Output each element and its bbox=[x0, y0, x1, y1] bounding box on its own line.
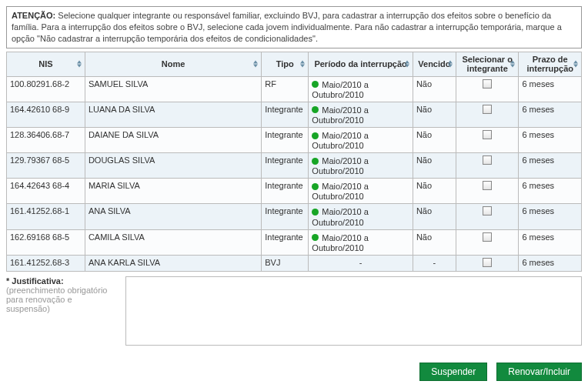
table-row: 129.79367 68-5DOUGLAS SILVAIntegranteMai… bbox=[7, 153, 582, 179]
justificativa-textarea[interactable] bbox=[125, 276, 582, 346]
cell: MARIA SILVA bbox=[85, 179, 261, 204]
table-row: 100.80291.68-2SAMUEL SILVARFMaio/2010 a … bbox=[7, 76, 582, 102]
select-member-checkbox[interactable] bbox=[483, 258, 492, 267]
cell: 162.69168 68-5 bbox=[7, 229, 85, 255]
col-nome[interactable]: Nome bbox=[85, 52, 261, 76]
cell: 164.42643 68-4 bbox=[7, 179, 85, 204]
sort-icon[interactable] bbox=[404, 61, 410, 68]
justificativa-label: * Justificativa: bbox=[6, 276, 64, 286]
status-dot-icon bbox=[312, 209, 319, 216]
cell bbox=[456, 179, 519, 204]
cell: Integrante bbox=[262, 127, 309, 152]
cell: Integrante bbox=[262, 153, 309, 179]
select-member-checkbox[interactable] bbox=[483, 206, 492, 216]
period-text: Maio/2010 a Outubro/2010 bbox=[312, 208, 369, 227]
period-text: Maio/2010 a Outubro/2010 bbox=[312, 131, 369, 150]
cell: Não bbox=[413, 229, 456, 255]
cell: SAMUEL SILVA bbox=[85, 76, 261, 102]
status-dot-icon bbox=[312, 106, 319, 113]
col-selecionar[interactable]: Selecionar o integrante bbox=[456, 52, 519, 76]
justificativa-hint: (preenchimento obrigatório para renovaçã… bbox=[6, 286, 107, 313]
table-row: 164.42643 68-4MARIA SILVAIntegranteMaio/… bbox=[7, 179, 582, 204]
sort-icon[interactable] bbox=[447, 61, 453, 68]
cell bbox=[456, 255, 519, 271]
period-text: Maio/2010 a Outubro/2010 bbox=[312, 156, 369, 175]
status-dot-icon bbox=[312, 158, 319, 165]
table-row: 128.36406.68-7DAIANE DA SILVAIntegranteM… bbox=[7, 127, 582, 152]
cell bbox=[456, 127, 519, 152]
col-vencido[interactable]: Vencido bbox=[413, 52, 456, 76]
period-text: Maio/2010 a Outubro/2010 bbox=[312, 182, 369, 201]
select-member-checkbox[interactable] bbox=[483, 181, 492, 190]
cell: CAMILA SILVA bbox=[85, 229, 261, 255]
cell: - bbox=[413, 255, 456, 271]
cell: 100.80291.68-2 bbox=[7, 76, 85, 102]
attention-text: Selecione qualquer integrante ou respons… bbox=[12, 11, 562, 43]
col-periodo[interactable]: Período da interrupção bbox=[309, 52, 413, 76]
select-member-checkbox[interactable] bbox=[483, 155, 492, 165]
renovar-incluir-button[interactable]: Renovar/Incluir bbox=[496, 363, 582, 381]
cell: Maio/2010 a Outubro/2010 bbox=[309, 229, 413, 255]
period-text: Maio/2010 a Outubro/2010 bbox=[312, 80, 369, 99]
cell: Maio/2010 a Outubro/2010 bbox=[309, 153, 413, 179]
justificativa-row: * Justificativa: (preenchimento obrigató… bbox=[6, 276, 582, 346]
sort-icon[interactable] bbox=[76, 61, 82, 68]
cell: RF bbox=[262, 76, 309, 102]
period-text: Maio/2010 a Outubro/2010 bbox=[312, 105, 369, 125]
cell: 6 meses bbox=[519, 102, 582, 127]
select-member-checkbox[interactable] bbox=[483, 79, 492, 89]
cell: 161.41252.68-1 bbox=[7, 204, 85, 229]
table-row: 164.42610 68-9LUANA DA SILVAIntegranteMa… bbox=[7, 102, 582, 127]
cell: 129.79367 68-5 bbox=[7, 153, 85, 179]
select-member-checkbox[interactable] bbox=[483, 105, 492, 114]
cell: DAIANE DA SILVA bbox=[85, 127, 261, 152]
cell: 6 meses bbox=[519, 153, 582, 179]
cell: 6 meses bbox=[519, 204, 582, 229]
cell: Não bbox=[413, 153, 456, 179]
cell: Maio/2010 a Outubro/2010 bbox=[309, 204, 413, 229]
members-table: NIS Nome Tipo Período da interrupção Ven… bbox=[6, 52, 582, 272]
table-row: 162.69168 68-5CAMILA SILVAIntegranteMaio… bbox=[7, 229, 582, 255]
cell: 164.42610 68-9 bbox=[7, 102, 85, 127]
cell bbox=[456, 229, 519, 255]
suspender-button[interactable]: Suspender bbox=[419, 363, 487, 381]
cell: Integrante bbox=[262, 102, 309, 127]
button-row: Suspender Renovar/Incluir bbox=[6, 363, 582, 381]
cell: Não bbox=[413, 76, 456, 102]
cell: Integrante bbox=[262, 229, 309, 255]
cell: 6 meses bbox=[519, 127, 582, 152]
col-nis[interactable]: NIS bbox=[7, 52, 85, 76]
status-dot-icon bbox=[312, 132, 319, 139]
cell: Não bbox=[413, 204, 456, 229]
sort-icon[interactable] bbox=[299, 61, 306, 68]
cell: ANA SILVA bbox=[85, 204, 261, 229]
cell: 6 meses bbox=[519, 179, 582, 204]
select-member-checkbox[interactable] bbox=[483, 232, 492, 242]
cell: Maio/2010 a Outubro/2010 bbox=[309, 102, 413, 127]
attention-box: ATENÇÃO: Selecione qualquer integrante o… bbox=[6, 6, 582, 48]
cell: Maio/2010 a Outubro/2010 bbox=[309, 179, 413, 204]
attention-label: ATENÇÃO: bbox=[12, 11, 55, 20]
cell: Maio/2010 a Outubro/2010 bbox=[309, 76, 413, 102]
cell bbox=[456, 102, 519, 127]
col-tipo[interactable]: Tipo bbox=[262, 52, 309, 76]
cell: Maio/2010 a Outubro/2010 bbox=[309, 127, 413, 152]
sort-icon[interactable] bbox=[573, 61, 579, 68]
status-dot-icon bbox=[312, 234, 319, 241]
cell: LUANA DA SILVA bbox=[85, 102, 261, 127]
select-member-checkbox[interactable] bbox=[483, 130, 492, 139]
cell: Integrante bbox=[262, 204, 309, 229]
cell bbox=[456, 76, 519, 102]
sort-icon[interactable] bbox=[509, 61, 516, 68]
table-row: 161.41252.68-3ANA KARLA SILVABVJ--6 mese… bbox=[7, 255, 582, 271]
period-text: Maio/2010 a Outubro/2010 bbox=[312, 233, 369, 252]
cell: Integrante bbox=[262, 179, 309, 204]
status-dot-icon bbox=[312, 81, 319, 88]
col-prazo[interactable]: Prazo de interrupção bbox=[519, 52, 582, 76]
sort-icon[interactable] bbox=[252, 61, 259, 68]
cell: 128.36406.68-7 bbox=[7, 127, 85, 152]
cell: BVJ bbox=[262, 255, 309, 271]
cell: 161.41252.68-3 bbox=[7, 255, 85, 271]
cell: 6 meses bbox=[519, 255, 582, 271]
cell bbox=[456, 204, 519, 229]
